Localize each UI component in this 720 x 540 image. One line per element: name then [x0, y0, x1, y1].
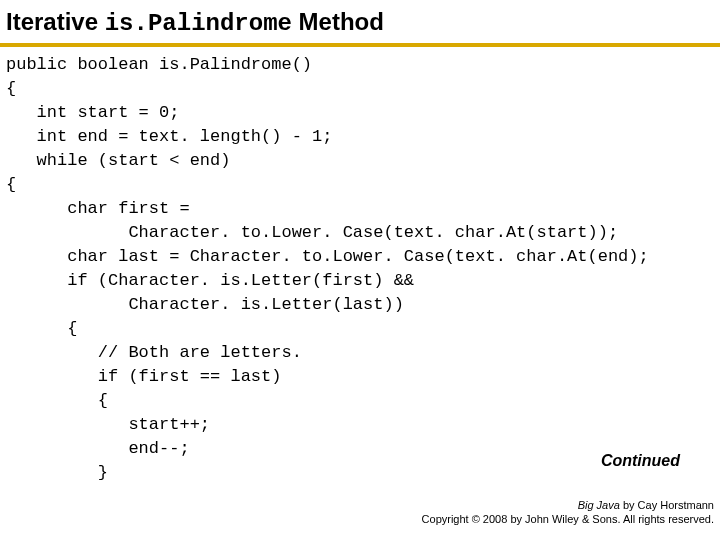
slide-title: Iterative is.Palindrome Method [0, 0, 720, 41]
title-pre: Iterative [6, 8, 105, 35]
title-rule [0, 43, 720, 47]
credit-book: Big Java [578, 499, 620, 511]
slide: { "title": { "pre": "Iterative ", "code"… [0, 0, 720, 540]
title-post: Method [292, 8, 384, 35]
continued-label: Continued [601, 452, 680, 470]
credit-line2: Copyright © 2008 by John Wiley & Sons. A… [422, 513, 714, 525]
copyright-credit: Big Java by Cay Horstmann Copyright © 20… [422, 498, 714, 526]
credit-author: by Cay Horstmann [620, 499, 714, 511]
title-code: is.Palindrome [105, 10, 292, 37]
code-block: public boolean is.Palindrome() { int sta… [0, 53, 720, 485]
